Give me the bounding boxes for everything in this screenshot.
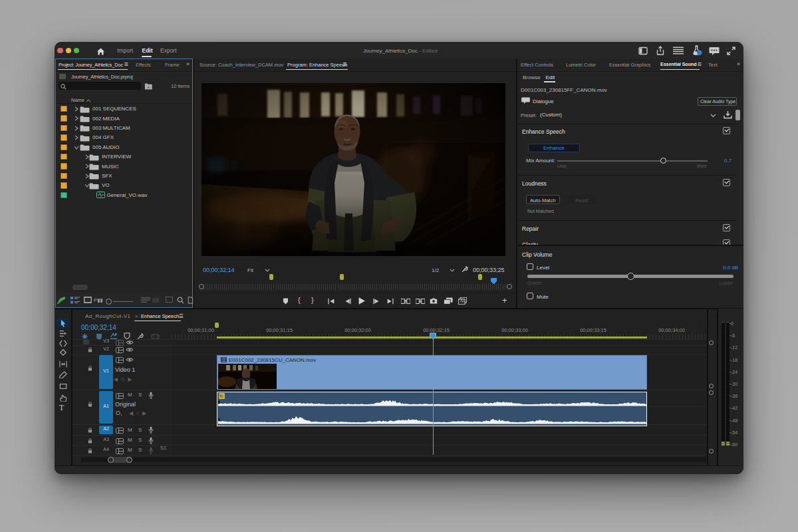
svg-text:+: +: [147, 84, 149, 88]
